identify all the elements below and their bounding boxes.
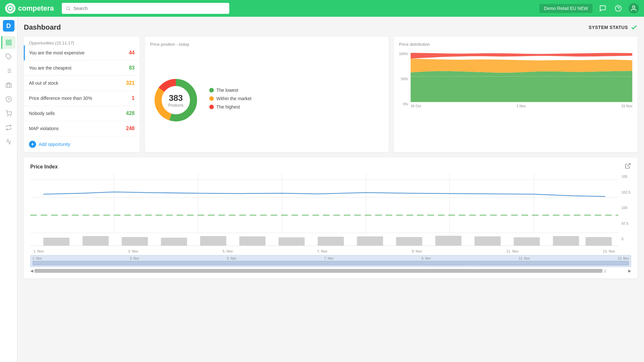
opp-label: All out of stock (29, 81, 58, 86)
svg-rect-40 (122, 237, 148, 246)
svg-rect-7 (9, 43, 11, 45)
svg-rect-42 (200, 236, 226, 246)
opportunity-item-4[interactable]: Nobody sells 428 (24, 106, 140, 121)
scroll-right-arrow[interactable]: ▶ (628, 269, 631, 273)
search-icon (66, 6, 71, 11)
main-content: Dashboard SYSTEM STATUS Opportunities (1… (17, 17, 644, 362)
opp-count: 248 (126, 126, 135, 131)
legend-label-market: Within the market (216, 96, 251, 101)
scroll-center-handle[interactable]: ||| (604, 269, 606, 273)
svg-rect-52 (586, 237, 612, 246)
opp-label: MAP violations (29, 126, 59, 131)
sidebar-item-workspace[interactable] (2, 79, 15, 91)
price-distribution-chart: 16 Oct 1 Nov 15 Nov (411, 51, 632, 112)
opportunities-header: Opportunities (15.11.17) (24, 37, 140, 45)
svg-rect-5 (6, 40, 8, 42)
sidebar-item-history[interactable] (2, 93, 15, 106)
legend-label-lowest: The lowest (216, 88, 238, 93)
donut-chart: 383 Products (150, 74, 202, 126)
chat-button[interactable] (598, 3, 608, 14)
sidebar-item-analytics[interactable] (2, 135, 15, 148)
svg-rect-6 (9, 40, 11, 42)
opportunities-list: You are the most expensive 44 You are th… (24, 45, 140, 136)
svg-rect-45 (318, 237, 344, 246)
help-button[interactable] (613, 3, 623, 14)
svg-rect-47 (396, 237, 422, 246)
sidebar-item-dashboard[interactable] (1, 36, 15, 49)
system-status: SYSTEM STATUS (589, 24, 638, 31)
legend-dot-market (209, 96, 214, 101)
nav-right: Demo Retail EU NEW (539, 3, 639, 14)
opp-count: 321 (126, 80, 135, 86)
price-position-title: Price position - today (150, 42, 384, 47)
sidebar: D (0, 17, 17, 362)
logo-icon (5, 3, 15, 14)
pi-y-labels: 105 102.5 100 97.5 0 (620, 173, 631, 253)
y-axis-labels: 100% 50% 0% (399, 51, 409, 112)
sidebar-item-compare[interactable] (2, 121, 15, 134)
search-bar[interactable] (62, 3, 229, 14)
range-track[interactable] (33, 261, 629, 265)
svg-rect-44 (279, 237, 305, 246)
logo: competera (5, 3, 57, 14)
opp-label: You are the cheapest (29, 65, 71, 71)
logo-text: competera (18, 4, 54, 13)
svg-point-18 (7, 116, 8, 116)
opportunity-item-0[interactable]: You are the most expensive 44 (24, 45, 140, 61)
price-distribution-title: Price distribution (399, 42, 632, 47)
scroll-left-arrow[interactable]: ◀ (30, 269, 33, 273)
legend-market: Within the market (209, 96, 251, 101)
price-distribution-card: Price distribution 100% 50% 0% (394, 37, 638, 152)
horizontal-scrollbar[interactable]: ◀ ||| ▶ (30, 268, 631, 273)
svg-rect-48 (435, 236, 461, 246)
svg-point-19 (10, 116, 11, 116)
price-index-chart-wrapper: 1. Nov 3. Nov 5. Nov 7. Nov 9. Nov 11. N… (30, 173, 631, 253)
sidebar-item-cart[interactable] (2, 107, 15, 120)
svg-rect-16 (6, 84, 11, 88)
svg-rect-8 (6, 43, 8, 45)
add-opportunity-icon: + (29, 141, 36, 148)
donut-container: 383 Products The lowest Within the marke… (150, 51, 384, 147)
legend-dot-lowest (209, 88, 214, 92)
legend-lowest: The lowest (209, 88, 251, 93)
pi-x-labels: 1. Nov 3. Nov 5. Nov 7. Nov 9. Nov 11. N… (30, 249, 618, 253)
opportunity-item-3[interactable]: Price difference more than 30% 1 (24, 91, 140, 106)
price-index-card: Price Index (24, 157, 638, 279)
sidebar-item-categories[interactable] (2, 50, 15, 63)
demo-retail-button[interactable]: Demo Retail EU NEW (539, 4, 592, 13)
opp-count: 1 (132, 95, 135, 101)
scroll-x-labels: 1. Nov 3. Nov 5. Nov 7. Nov 9. Nov 11. N… (33, 257, 629, 260)
svg-rect-39 (82, 236, 109, 246)
expand-icon[interactable] (625, 163, 631, 171)
opp-count: 44 (129, 50, 135, 56)
donut-subtitle: Products (168, 103, 183, 108)
sidebar-item-list[interactable] (2, 64, 15, 77)
price-distribution-chart-area: 100% 50% 0% (399, 51, 632, 112)
opportunity-item-2[interactable]: All out of stock 321 (24, 76, 140, 91)
range-scroll-area[interactable]: 1. Nov 3. Nov 5. Nov 7. Nov 9. Nov 11. N… (30, 255, 631, 267)
x-axis-labels: 16 Oct 1 Nov 15 Nov (411, 104, 632, 108)
svg-rect-50 (514, 237, 540, 246)
dashboard-top-row: Opportunities (15.11.17) You are the mos… (24, 37, 638, 152)
svg-rect-51 (553, 236, 579, 246)
opp-count: 428 (126, 110, 135, 116)
opportunity-item-1[interactable]: You are the cheapest 83 (24, 61, 140, 76)
legend-label-highest: The highest (216, 104, 240, 110)
search-input[interactable] (73, 6, 225, 11)
user-avatar-sidebar[interactable]: D (3, 20, 14, 32)
price-index-title: Price Index (30, 164, 58, 170)
opportunity-item-5[interactable]: MAP violations 248 (24, 121, 140, 136)
h-scroll-thumb (34, 269, 602, 273)
svg-rect-38 (43, 238, 70, 246)
price-position-legend: The lowest Within the market The highest (209, 88, 251, 113)
svg-rect-46 (357, 236, 383, 246)
opp-label: Price difference more than 30% (29, 96, 92, 101)
h-scroll-track[interactable] (34, 269, 602, 273)
user-avatar[interactable] (629, 3, 639, 14)
opp-label: Nobody sells (29, 111, 55, 116)
opp-label: You are the most expensive (29, 50, 84, 55)
svg-line-26 (627, 164, 630, 167)
svg-rect-41 (161, 238, 187, 246)
add-opportunity-button[interactable]: + Add opportunity (24, 136, 140, 152)
price-index-header: Price Index (30, 163, 631, 171)
